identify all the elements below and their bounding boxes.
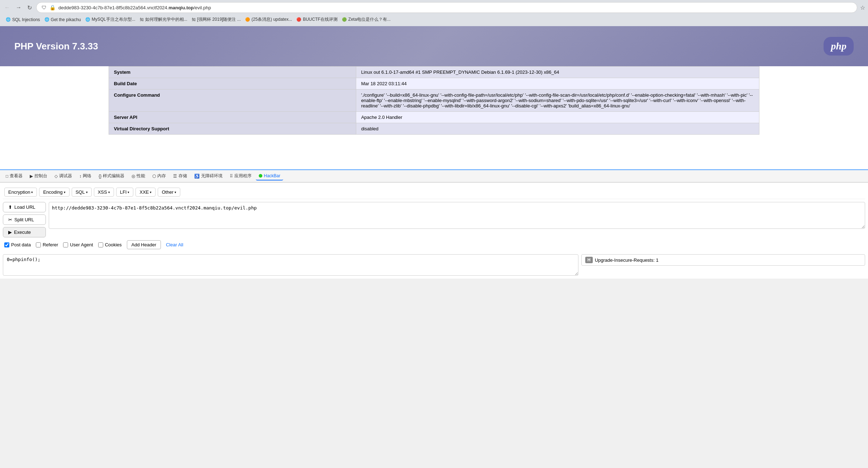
cookies-option[interactable]: Cookies [98,242,122,247]
cookies-checkbox[interactable] [98,242,103,247]
address-bar: 🛡 🔒 dedde983-3230-4c7b-87e1-8f5c8b22a564… [36,2,857,13]
bookmark-mysql[interactable]: 🌐 MySQL手注之布尔型... [85,16,135,23]
clear-all-link[interactable]: Clear All [166,242,183,247]
bookmark-ctf[interactable]: 知 [强网杯 2019]随便注 ... [192,16,241,23]
console-label: 控制台 [34,173,47,179]
address-text: dedde983-3230-4c7b-87e1-8f5c8b22a564.vnc… [58,5,852,10]
bookmark-label: Zeta电位是什么？有... [348,16,391,23]
bookmark-star-button[interactable]: ☆ [860,4,865,11]
forward-button[interactable]: → [14,3,23,12]
encoding-label: Encoding [43,189,62,195]
encoding-dropdown-icon: ▾ [64,190,66,194]
bookmark-updatex[interactable]: 🟠 (25条消息) updatex... [245,16,292,23]
hackbar-main-row: ⬆ Load URL ✂ Split URL ▶ Execute [3,202,865,237]
other-menu[interactable]: Other ▾ [158,188,180,197]
accessibility-label: 无障碍环境 [201,173,223,179]
load-url-icon: ⬆ [8,204,12,210]
bookmark-sql-injections[interactable]: 🌐 SQL Injections [6,16,40,23]
lock-icon: 🔒 [49,5,56,10]
post-data-input[interactable] [3,254,578,276]
table-key: Configure Command [109,90,356,112]
bookmark-zeta[interactable]: 🟢 Zeta电位是什么？有... [342,16,391,23]
execute-button[interactable]: ▶ Execute [3,227,46,237]
bookmark-pikachu[interactable]: 🌐 Get the pikachu [44,16,81,23]
add-header-button[interactable]: Add Header [127,240,161,249]
reload-button[interactable]: ↻ [26,3,33,13]
table-row: Build DateMar 18 2022 03:11:44 [109,78,759,90]
bookmark-label: Get the pikachu [51,17,81,22]
network-icon: ↕ [79,174,81,179]
bookmark-icon: 知 [140,17,144,22]
back-button[interactable]: ← [3,3,11,12]
bookmark-icon: 知 [192,17,196,22]
devtools-tab-hackbar[interactable]: HackBar [256,172,283,180]
accessibility-icon: ♿ [194,174,200,179]
devtools-tab-inspector[interactable]: □ 查看器 [3,172,25,180]
user-agent-checkbox[interactable] [63,242,68,247]
table-key: Server API [109,112,356,123]
devtools-tab-memory[interactable]: ⬡ 内存 [149,172,169,180]
table-key: Virtual Directory Support [109,123,356,135]
xxe-menu[interactable]: XXE ▾ [135,188,156,197]
header-key-label: H [585,257,593,263]
referer-checkbox[interactable] [36,242,41,247]
network-label: 网络 [83,173,91,179]
performance-icon: ◎ [132,174,135,179]
table-key: Build Date [109,78,356,90]
hackbar-bottom-row: H Upgrade-Insecure-Requests: 1 [3,254,865,276]
storage-icon: ☰ [173,174,177,179]
referer-option[interactable]: Referer [36,242,58,247]
user-agent-label: User Agent [70,242,93,247]
bookmark-label: MySQL手注之布尔型... [92,16,135,23]
devtools-tab-accessibility[interactable]: ♿ 无障碍环境 [191,172,225,180]
bookmark-icon: 🟠 [245,17,250,22]
split-url-button[interactable]: ✂ Split URL [3,214,46,225]
table-row: Virtual Directory Supportdisabled [109,123,759,135]
browser-chrome: ← → ↻ 🛡 🔒 dedde983-3230-4c7b-87e1-8f5c8b… [0,0,868,26]
shield-icon: 🛡 [42,5,47,10]
bookmark-icon: 🌐 [44,17,49,22]
url-prefix: dedde983-3230-4c7b-87e1-8f5c8b22a564.vnc… [58,5,168,10]
split-url-icon: ✂ [8,217,12,222]
other-label: Other [162,189,173,195]
user-agent-option[interactable]: User Agent [63,242,93,247]
devtools-bar: □ 查看器 ▶ 控制台 ◇ 调试器 ↕ 网络 {} 样式编辑器 ◎ 性能 ⬡ 内… [0,169,868,182]
xxe-label: XXE [139,189,149,195]
encryption-dropdown-icon: ▾ [31,190,33,194]
devtools-tab-debugger[interactable]: ◇ 调试器 [52,172,75,180]
post-data-option[interactable]: Post data [4,242,31,247]
hackbar-label: HackBar [264,173,280,178]
bookmark-buuctf[interactable]: 🔴 BUUCTF在线评测 [296,16,338,23]
load-url-button[interactable]: ⬆ Load URL [3,202,46,212]
debugger-label: 调试器 [59,173,72,179]
encryption-menu[interactable]: Encryption ▾ [4,188,37,197]
xss-menu[interactable]: XSS ▾ [94,188,114,197]
encoding-menu[interactable]: Encoding ▾ [39,188,69,197]
sql-menu[interactable]: SQL ▾ [72,188,92,197]
post-data-checkbox[interactable] [4,242,9,247]
split-url-label: Split URL [14,217,34,222]
bookmark-label: [强网杯 2019]随便注 ... [197,16,241,23]
url-input[interactable] [49,202,865,229]
header-item: H Upgrade-Insecure-Requests: 1 [581,254,865,266]
devtools-tab-network[interactable]: ↕ 网络 [76,172,94,180]
devtools-tab-storage[interactable]: ☰ 存储 [170,172,190,180]
url-path: /evil.php [194,5,211,10]
xxe-dropdown-icon: ▾ [150,190,152,194]
devtools-tab-style-editor[interactable]: {} 样式编辑器 [96,172,127,180]
xss-dropdown-icon: ▾ [108,190,110,194]
bookmark-label: SQL Injections [12,17,40,22]
bookmark-optics[interactable]: 知 如何理解光学中的相... [140,16,187,23]
encryption-label: Encryption [8,189,30,195]
devtools-tab-application[interactable]: ⠿ 应用程序 [227,172,254,180]
devtools-tab-console[interactable]: ▶ 控制台 [27,172,50,180]
table-row: Server APIApache 2.0 Handler [109,112,759,123]
hackbar-options-row: Post data Referer User Agent Cookies Add… [3,237,865,252]
lfi-menu[interactable]: LFI ▾ [116,188,134,197]
devtools-tab-performance[interactable]: ◎ 性能 [129,172,148,180]
browser-content: PHP Version 7.3.33 php SystemLinux out 6… [0,26,868,169]
bookmark-label: (25条消息) updatex... [252,16,292,23]
bookmarks-bar: 🌐 SQL Injections 🌐 Get the pikachu 🌐 MyS… [3,15,865,24]
style-editor-icon: {} [99,174,101,179]
style-editor-label: 样式编辑器 [103,173,124,179]
